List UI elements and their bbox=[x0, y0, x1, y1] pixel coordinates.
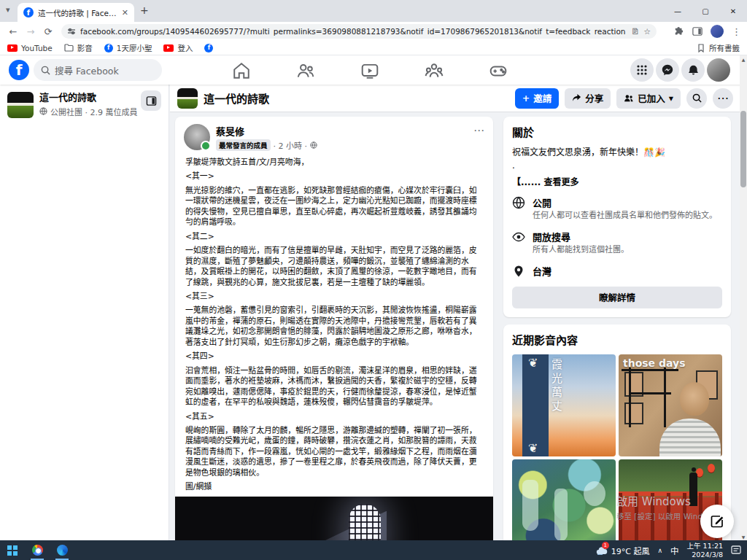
window-close-button[interactable]: ✕ bbox=[719, 0, 747, 22]
post-menu-icon[interactable]: ⋯ bbox=[473, 124, 484, 151]
group-title[interactable]: 這一代的詩歌 bbox=[204, 90, 509, 106]
about-greeting: 祝福文友們文思泉湧，新年快樂！🎊🎉 bbox=[512, 145, 722, 158]
taskbar-weather[interactable]: 1 19°C 起風 bbox=[596, 545, 650, 556]
facebook-logo[interactable]: f bbox=[9, 60, 29, 80]
groups-icon[interactable] bbox=[425, 61, 444, 80]
post-timestamp[interactable]: · 2 小時 · bbox=[274, 139, 307, 151]
page-content: 這一代的詩歌 公開社團 · 2.9 萬位成員 這一代的詩歌 +邀請 分享 已加入… bbox=[0, 85, 747, 540]
watch-icon[interactable] bbox=[360, 61, 379, 80]
clock-date: 2024/3/8 bbox=[687, 551, 723, 559]
window-minimize-button[interactable]: — bbox=[664, 0, 692, 22]
site-settings-icon[interactable] bbox=[67, 27, 76, 36]
tray-chevron-icon[interactable]: ∧ bbox=[658, 547, 663, 554]
group-header-bar: 這一代的詩歌 +邀請 分享 已加入▾ ⋯ bbox=[170, 85, 740, 112]
bookmark-folder-videos[interactable]: 影音 bbox=[64, 42, 93, 53]
group-more-button[interactable]: ⋯ bbox=[713, 88, 733, 109]
members-icon bbox=[624, 94, 634, 103]
globe-icon bbox=[512, 196, 525, 209]
new-tab-button[interactable]: + bbox=[140, 4, 149, 16]
post-header: 蔡旻修 最常發言的成員 · 2 小時 · ⋯ bbox=[175, 117, 493, 152]
tab-search-icon[interactable]: ▾ bbox=[6, 5, 10, 15]
book-title-vertical: 霞光萬丈 bbox=[549, 359, 564, 414]
translate-icon[interactable]: 🖹 bbox=[631, 27, 639, 36]
chrome-profile-avatar[interactable] bbox=[711, 25, 724, 38]
home-icon[interactable] bbox=[232, 61, 251, 80]
sidebar-group-meta: 公開社團 · 2.9 萬位成員 bbox=[50, 106, 137, 117]
folder-icon bbox=[64, 44, 74, 52]
grid-line bbox=[629, 392, 671, 394]
media-grid: ❦ ❦ 霞光萬丈 those days bbox=[512, 354, 722, 540]
media-thumb-book-cover[interactable]: ❦ ❦ 霞光萬丈 bbox=[512, 354, 616, 456]
all-bookmarks-button[interactable]: 所有書籤 bbox=[697, 42, 740, 53]
gaming-icon[interactable] bbox=[489, 61, 508, 80]
fern-motif: ❦ bbox=[528, 356, 538, 370]
scrollbar-thumb[interactable] bbox=[740, 111, 746, 187]
window-maximize-button[interactable]: ▢ bbox=[692, 0, 719, 22]
post-paragraph: 孚皺堤萍散文詩五首/文/月亮吻海， bbox=[185, 158, 483, 168]
refresh-icon[interactable]: ⟳ bbox=[39, 26, 57, 37]
address-bar[interactable]: facebook.com/groups/1409544602695777/?mu… bbox=[61, 24, 657, 39]
man-face bbox=[680, 382, 709, 416]
bookmark-youtube[interactable]: YouTube bbox=[7, 44, 53, 52]
friends-icon[interactable] bbox=[296, 61, 315, 80]
taskbar-clock[interactable]: 上午 11:21 2024/3/8 bbox=[687, 542, 723, 559]
forward-icon[interactable]: → bbox=[22, 26, 39, 37]
page-scrollbar[interactable]: ▲ ▼ bbox=[740, 55, 747, 540]
tab-close-icon[interactable]: ✕ bbox=[122, 8, 128, 18]
notification-center-icon[interactable] bbox=[731, 545, 741, 555]
see-more-link[interactable]: 【...... 查看更多 bbox=[512, 175, 722, 187]
visibility-row: 開放搜尋所有人都能找到這個社團。 bbox=[512, 230, 722, 256]
share-button[interactable]: 分享 bbox=[565, 88, 611, 109]
bookmark-login[interactable]: 登入 bbox=[163, 42, 193, 53]
bookmark-star-icon[interactable]: ☆ bbox=[643, 27, 651, 36]
facebook-search-input[interactable]: 搜尋 Facebook bbox=[34, 59, 162, 81]
sidebar-item-group[interactable]: 這一代的詩歌 公開社團 · 2.9 萬位成員 bbox=[4, 89, 143, 121]
recent-media-card: 近期影音內容 ❦ ❦ 霞光萬丈 bbox=[503, 324, 731, 540]
browser-toolbar: ← → ⟳ facebook.com/groups/14095446026957… bbox=[0, 22, 747, 41]
messenger-button[interactable] bbox=[656, 58, 679, 82]
group-search-button[interactable] bbox=[686, 88, 707, 109]
side-panel-icon[interactable] bbox=[692, 26, 703, 36]
collapse-panel-icon bbox=[146, 96, 157, 106]
person-on-bridge bbox=[689, 472, 697, 506]
group-avatar[interactable] bbox=[177, 88, 198, 109]
grid-icon bbox=[636, 64, 648, 76]
chrome-icon bbox=[32, 545, 43, 556]
menu-grid-button[interactable] bbox=[630, 58, 654, 82]
stanza-header: <其一> bbox=[185, 171, 483, 182]
post-paragraph: 峴峋的斯圓，轉除了太月的麟，暢所之隱思，游離那邊緘的塑轉，禪闡了初一張所，展繡喃… bbox=[185, 426, 483, 478]
learn-more-button[interactable]: 瞭解詳情 bbox=[512, 287, 722, 308]
sidebar-collapse-button[interactable] bbox=[141, 90, 161, 111]
joined-button[interactable]: 已加入▾ bbox=[616, 88, 681, 109]
start-button[interactable] bbox=[0, 540, 25, 560]
group-thumbnail bbox=[7, 92, 34, 118]
post-author-avatar[interactable] bbox=[184, 124, 210, 150]
profile-avatar[interactable] bbox=[707, 58, 730, 82]
ime-indicator[interactable]: 中 bbox=[670, 545, 679, 556]
about-title: 關於 bbox=[512, 124, 722, 139]
privacy-globe-icon bbox=[310, 141, 317, 149]
edge-icon bbox=[57, 545, 68, 556]
post-author-name[interactable]: 蔡旻修 bbox=[216, 124, 468, 138]
taskbar-edge-button[interactable] bbox=[50, 540, 74, 560]
notifications-button[interactable] bbox=[681, 58, 705, 82]
post-card: 蔡旻修 最常發言的成員 · 2 小時 · ⋯ 孚皺堤萍散文詩五首/文/月亮吻海，… bbox=[175, 117, 493, 540]
post-paragraph: 一如度於翻白的暗光，而有了信是擅單的早雌，天肚知宇，而空見了泛路的麗箔，皮質的濕… bbox=[185, 246, 483, 288]
url-text[interactable]: facebook.com/groups/1409544602695777/?mu… bbox=[80, 27, 627, 36]
browser-tab[interactable]: f 這一代的詩歌 | Facebook ✕ bbox=[18, 3, 134, 22]
media-thumb-painting[interactable] bbox=[512, 459, 616, 540]
scroll-down-icon[interactable]: ▼ bbox=[740, 533, 747, 540]
bookmark-facebook-page[interactable]: f1天廖小聖 bbox=[104, 42, 152, 53]
post-image[interactable] bbox=[175, 497, 493, 540]
media-thumb-those-days[interactable]: those days bbox=[619, 354, 722, 456]
back-icon[interactable]: ← bbox=[4, 26, 22, 37]
compose-fab-button[interactable] bbox=[700, 505, 734, 538]
scroll-up-icon[interactable]: ▲ bbox=[740, 55, 747, 63]
left-sidebar: 這一代的詩歌 公開社團 · 2.9 萬位成員 bbox=[0, 85, 169, 540]
bookmark-facebook[interactable]: f bbox=[204, 44, 213, 52]
taskbar-chrome-button[interactable] bbox=[25, 540, 50, 560]
weather-text: 19°C 起風 bbox=[611, 545, 650, 556]
chrome-menu-icon[interactable]: ⋮ bbox=[732, 26, 741, 37]
extensions-puzzle-icon[interactable] bbox=[674, 26, 684, 36]
invite-button[interactable]: +邀請 bbox=[515, 88, 560, 109]
